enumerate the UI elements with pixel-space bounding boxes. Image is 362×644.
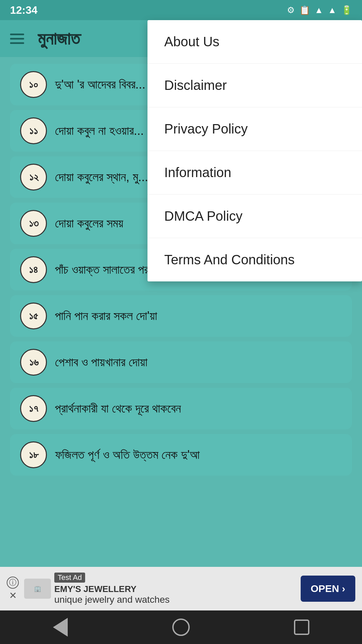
menu-item-about-us[interactable]: About Us: [147, 20, 362, 64]
menu-item-information[interactable]: Information: [147, 151, 362, 195]
dropdown-menu: About Us Disclaimer Privacy Policy Infor…: [147, 20, 362, 281]
menu-item-disclaimer[interactable]: Disclaimer: [147, 64, 362, 107]
menu-item-dmca-policy[interactable]: DMCA Policy: [147, 195, 362, 238]
menu-item-privacy-policy[interactable]: Privacy Policy: [147, 107, 362, 151]
dropdown-overlay[interactable]: About Us Disclaimer Privacy Policy Infor…: [0, 0, 362, 644]
menu-item-terms-and-conditions[interactable]: Terms And Conditions: [147, 238, 362, 281]
